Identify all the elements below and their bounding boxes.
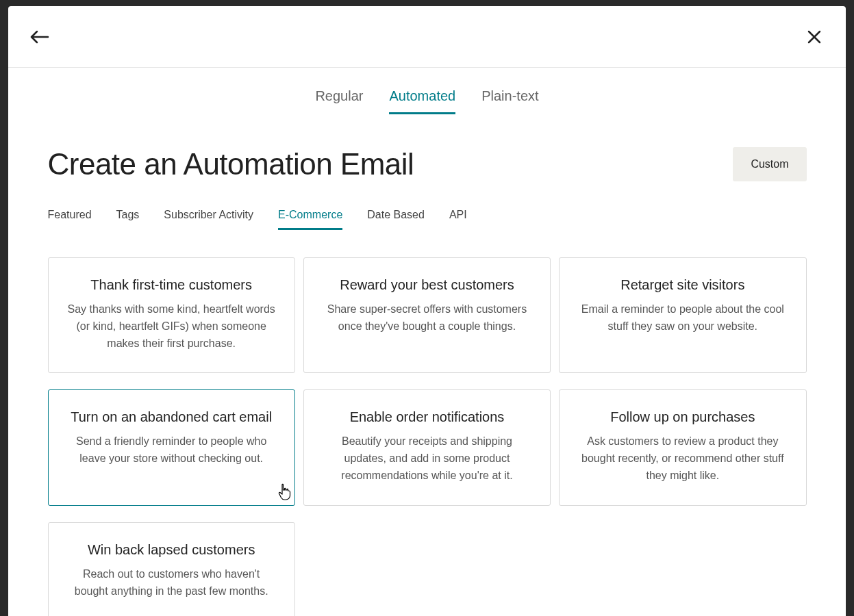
card-desc: Ask customers to review a product they b…: [579, 433, 786, 484]
tab-date-based[interactable]: Date Based: [367, 209, 425, 230]
primary-tabs: Regular Automated Plain-text: [8, 68, 846, 114]
back-button[interactable]: [27, 25, 52, 49]
tab-api[interactable]: API: [449, 209, 467, 230]
card-desc: Email a reminder to people about the coo…: [579, 301, 786, 335]
card-desc: Beautify your receipts and shipping upda…: [323, 433, 531, 484]
title-row: Create an Automation Email Custom: [48, 147, 807, 181]
card-desc: Reach out to customers who haven't bough…: [68, 566, 275, 600]
card-title: Follow up on purchases: [579, 409, 786, 425]
tab-tags[interactable]: Tags: [116, 209, 140, 230]
card-retarget-visitors[interactable]: Retarget site visitors Email a reminder …: [559, 257, 806, 373]
card-desc: Share super-secret offers with customers…: [323, 301, 531, 335]
tab-plain-text[interactable]: Plain-text: [481, 88, 538, 114]
card-follow-up-purchases[interactable]: Follow up on purchases Ask customers to …: [559, 389, 806, 505]
card-win-back-lapsed[interactable]: Win back lapsed customers Reach out to c…: [48, 522, 295, 616]
automation-modal: Regular Automated Plain-text Create an A…: [8, 6, 846, 616]
close-icon: [807, 29, 822, 44]
card-order-notifications[interactable]: Enable order notifications Beautify your…: [303, 389, 551, 505]
modal-header: [8, 6, 846, 68]
card-reward-best[interactable]: Reward your best customers Share super-s…: [303, 257, 551, 373]
page-title: Create an Automation Email: [48, 147, 414, 181]
tab-subscriber-activity[interactable]: Subscriber Activity: [164, 209, 253, 230]
card-title: Reward your best customers: [323, 277, 531, 293]
arrow-left-icon: [30, 30, 49, 44]
card-title: Enable order notifications: [323, 409, 531, 425]
card-desc: Send a friendly reminder to people who l…: [68, 433, 275, 467]
card-title: Turn on an abandoned cart email: [68, 409, 275, 425]
card-title: Win back lapsed customers: [68, 542, 275, 558]
card-thank-first-time[interactable]: Thank first-time customers Say thanks wi…: [48, 257, 295, 373]
custom-button[interactable]: Custom: [733, 147, 806, 181]
tab-e-commerce[interactable]: E-Commerce: [278, 209, 342, 230]
content-area: Create an Automation Email Custom Featur…: [48, 147, 807, 616]
card-desc: Say thanks with some kind, heartfelt wor…: [68, 301, 275, 352]
card-title: Thank first-time customers: [68, 277, 275, 293]
card-abandoned-cart[interactable]: Turn on an abandoned cart email Send a f…: [48, 389, 295, 505]
secondary-tabs: Featured Tags Subscriber Activity E-Comm…: [48, 209, 807, 230]
tab-regular[interactable]: Regular: [315, 88, 363, 114]
modal-body[interactable]: Regular Automated Plain-text Create an A…: [8, 68, 846, 616]
card-title: Retarget site visitors: [579, 277, 786, 293]
tab-featured[interactable]: Featured: [48, 209, 92, 230]
tab-automated[interactable]: Automated: [389, 88, 455, 114]
close-button[interactable]: [802, 25, 827, 49]
cards-grid: Thank first-time customers Say thanks wi…: [48, 257, 807, 616]
